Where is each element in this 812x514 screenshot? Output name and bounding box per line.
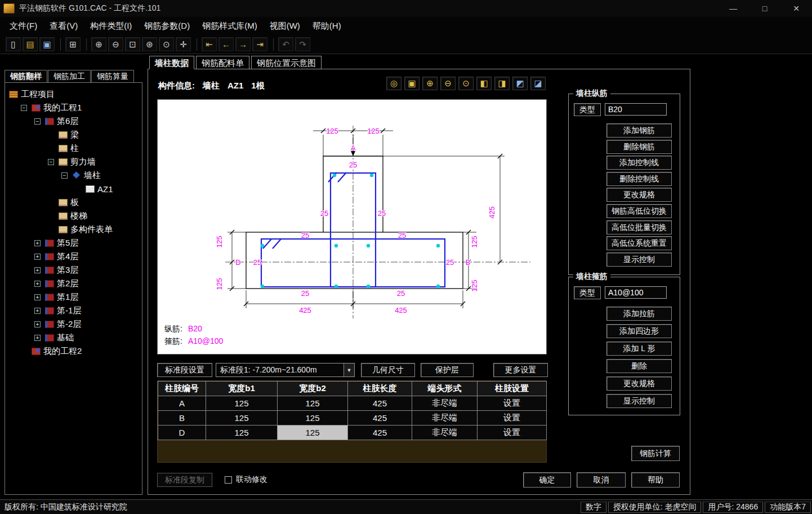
- tree-item-1[interactable]: 工程项目: [6, 87, 141, 101]
- next-component-button[interactable]: →: [235, 37, 251, 51]
- tree-expand-icon[interactable]: +: [34, 308, 41, 314]
- zoom-all-button[interactable]: ⊛: [142, 37, 157, 51]
- sidebar-tab-2[interactable]: 钢筋加工: [48, 70, 91, 82]
- tree-item-18[interactable]: +第-2层: [6, 317, 141, 331]
- tree-collapse-icon[interactable]: −: [48, 159, 54, 165]
- menu-item-5[interactable]: 钢筋样式库(M): [196, 18, 264, 34]
- first-component-button[interactable]: ⇤: [202, 37, 217, 51]
- view-fit-view-button[interactable]: ◎: [386, 77, 401, 90]
- stirrup-type-field[interactable]: A10@100: [605, 286, 667, 299]
- cancel-button[interactable]: 取消: [577, 472, 626, 488]
- wall-column-stirrup-add-quadrilateral-button[interactable]: 添加四边形: [606, 324, 672, 338]
- view-zoom-in-button[interactable]: ⊕: [422, 77, 438, 90]
- zoom-in-button[interactable]: ⊕: [91, 37, 106, 51]
- view-mirror-vertical-button[interactable]: ◨: [494, 77, 510, 90]
- chevron-down-icon[interactable]: ▼: [343, 364, 354, 376]
- cell-settings-button[interactable]: 设置: [478, 426, 547, 440]
- tree-item-2[interactable]: −我的工程1: [6, 101, 141, 114]
- main-tab-2[interactable]: 钢筋配料单: [196, 56, 249, 69]
- close-button[interactable]: ✕: [780, 0, 812, 17]
- view-zoom-extents-button[interactable]: ⊙: [458, 77, 474, 90]
- wall-column-longitudinal-delete-rebar-button[interactable]: 删除钢筋: [606, 140, 672, 154]
- last-component-button[interactable]: ⇥: [252, 37, 267, 51]
- tree-item-9[interactable]: 板: [6, 196, 141, 209]
- table-cell[interactable]: 425: [348, 396, 412, 411]
- table-cell[interactable]: 非尽端: [412, 411, 478, 426]
- main-tab-3[interactable]: 钢筋位置示意图: [251, 56, 322, 69]
- tree-expand-icon[interactable]: +: [34, 254, 41, 260]
- wall-column-longitudinal-change-spec-button[interactable]: 更改规格: [606, 188, 672, 202]
- stirrup-type-button[interactable]: 类型: [574, 286, 601, 299]
- tree-expand-icon[interactable]: +: [34, 321, 41, 327]
- prev-component-button[interactable]: ←: [218, 37, 234, 51]
- more-settings-button[interactable]: 更多设置: [493, 363, 548, 377]
- table-cell[interactable]: 非尽端: [412, 396, 478, 411]
- view-rotate-right-button[interactable]: ◪: [530, 77, 546, 90]
- wall-column-longitudinal-display-control-button[interactable]: 显示控制: [606, 252, 672, 267]
- linked-modify-checkbox[interactable]: [225, 476, 232, 484]
- table-cell[interactable]: 125: [278, 426, 348, 440]
- tree-item-12[interactable]: +第5层: [6, 236, 141, 250]
- table-cell[interactable]: 125: [206, 411, 278, 426]
- wall-column-longitudinal-delete-control-line-button[interactable]: 删除控制线: [606, 172, 672, 186]
- wall-column-longitudinal-high-low-system-reset-button[interactable]: 高低位系统重置: [606, 236, 672, 250]
- tree-collapse-icon[interactable]: −: [61, 172, 68, 179]
- cover-layer-button[interactable]: 保护层: [421, 363, 474, 377]
- table-cell[interactable]: 425: [348, 411, 412, 426]
- cell-settings-button[interactable]: 设置: [478, 411, 547, 426]
- table-cell[interactable]: 非尽端: [412, 426, 478, 440]
- open-file-button[interactable]: ▤: [23, 37, 38, 51]
- view-zoom-out-button[interactable]: ⊖: [440, 77, 456, 90]
- table-cell[interactable]: 125: [206, 396, 278, 411]
- wall-column-stirrup-display-control-button[interactable]: 显示控制: [606, 394, 672, 408]
- tree-item-15[interactable]: +第2层: [6, 277, 141, 290]
- tree-item-6[interactable]: −剪力墙: [6, 155, 141, 169]
- tree-item-3[interactable]: −第6层: [6, 114, 141, 128]
- tree-item-16[interactable]: +第1层: [6, 290, 141, 304]
- tree-item-10[interactable]: 楼梯: [6, 209, 141, 223]
- main-tab-1[interactable]: 墙柱数据: [149, 56, 194, 69]
- view-rotate-left-button[interactable]: ◩: [512, 77, 528, 90]
- tree-item-13[interactable]: +第4层: [6, 250, 141, 263]
- tree-item-8[interactable]: AZ1: [6, 182, 141, 196]
- zoom-extents-button[interactable]: ⊙: [159, 37, 174, 51]
- tree-expand-icon[interactable]: +: [34, 335, 41, 341]
- wall-column-stirrup-delete-button[interactable]: 删除: [606, 359, 672, 373]
- minimize-button[interactable]: —: [717, 0, 749, 17]
- table-cell[interactable]: 125: [206, 426, 278, 440]
- view-zoom-window-button[interactable]: ▣: [404, 77, 420, 90]
- tree-item-14[interactable]: +第3层: [6, 263, 141, 277]
- tree-expand-icon[interactable]: +: [34, 294, 41, 300]
- section-drawing-canvas[interactable]: 125125A2525254252525125125125125D2525B25…: [157, 99, 547, 355]
- tree-expand-icon[interactable]: +: [34, 240, 41, 246]
- wall-column-stirrup-add-tie-bar-button[interactable]: 添加拉筋: [606, 307, 672, 321]
- menu-item-4[interactable]: 钢筋参数(D): [138, 18, 196, 34]
- wall-column-stirrup-change-spec-button[interactable]: 更改规格: [606, 376, 672, 391]
- ok-button[interactable]: 确定: [523, 472, 571, 488]
- tree-collapse-icon[interactable]: −: [34, 118, 41, 125]
- longitudinal-type-button[interactable]: 类型: [574, 103, 601, 116]
- menu-item-3[interactable]: 构件类型(I): [84, 18, 138, 34]
- pan-button[interactable]: ✛: [176, 37, 191, 51]
- menu-item-2[interactable]: 查看(V): [43, 18, 84, 34]
- sidebar-tab-3[interactable]: 钢筋算量: [91, 70, 134, 82]
- wall-column-longitudinal-add-control-line-button[interactable]: 添加控制线: [606, 156, 672, 170]
- tree-item-7[interactable]: −墙柱: [6, 169, 141, 182]
- menu-item-7[interactable]: 帮助(H): [306, 18, 347, 34]
- geometry-size-button[interactable]: 几何尺寸: [361, 363, 415, 377]
- project-tree-button[interactable]: ⊞: [65, 37, 81, 51]
- undo-button[interactable]: ↶: [278, 37, 293, 51]
- segment-settings-button[interactable]: 标准段设置: [157, 363, 212, 377]
- wall-column-longitudinal-high-low-batch-toggle-button[interactable]: 高低位批量切换: [606, 220, 672, 234]
- tree-item-20[interactable]: 我的工程2: [6, 344, 141, 358]
- table-cell[interactable]: 125: [278, 396, 348, 411]
- menu-item-6[interactable]: 视图(W): [264, 18, 306, 34]
- tree-expand-icon[interactable]: +: [34, 267, 41, 273]
- save-file-button[interactable]: ▣: [39, 37, 55, 51]
- wall-column-longitudinal-rebar-high-low-toggle-button[interactable]: 钢筋高低位切换: [606, 204, 672, 218]
- cell-settings-button[interactable]: 设置: [478, 396, 547, 411]
- segment-dropdown[interactable]: 标准段1: -7.200m~21.600m ▼: [216, 363, 355, 377]
- new-file-button[interactable]: ▯: [6, 37, 21, 51]
- wall-column-longitudinal-add-rebar-button[interactable]: 添加钢筋: [606, 123, 672, 138]
- tree-collapse-icon[interactable]: −: [21, 105, 27, 111]
